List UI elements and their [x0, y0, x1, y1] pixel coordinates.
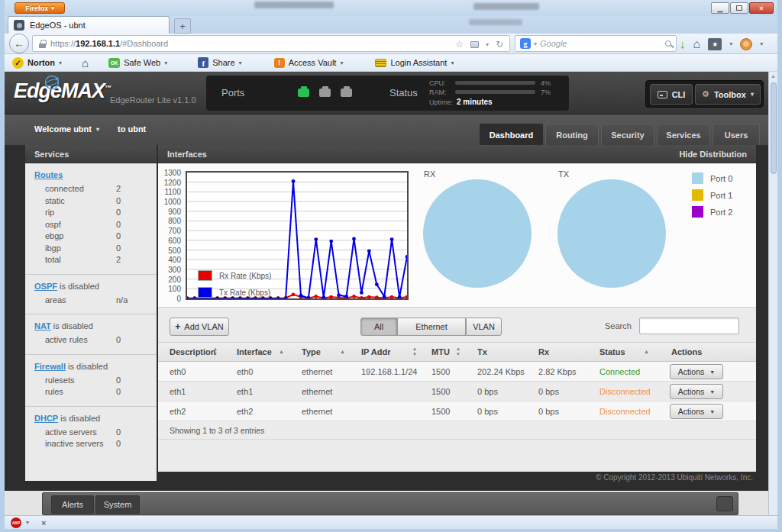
addon-monkey-icon[interactable] — [740, 38, 752, 50]
new-tab-button[interactable]: + — [174, 18, 191, 34]
add-vlan-button[interactable]: + Add VLAN — [170, 318, 229, 336]
table-toolbar: + Add VLAN All Ethernet VLAN Search — [158, 307, 756, 342]
col-ip-addr[interactable]: IP Addr — [361, 343, 391, 361]
rx-pie-label: RX — [424, 169, 435, 179]
scrollbar-thumb[interactable] — [771, 82, 777, 174]
status-panel: Ports Status CPU: 4% RAM: 7% Uptime: 2 m… — [206, 76, 569, 111]
table-row: eth0 eth0 ethernet 192.168.1.1/24 1500 2… — [158, 362, 756, 382]
chevron-down-icon[interactable]: ▾ — [534, 40, 537, 47]
col-status[interactable]: Status — [599, 343, 625, 361]
bookmarks-panel-icon[interactable]: ★ — [708, 38, 722, 50]
nat-link[interactable]: NAT — [34, 321, 51, 330]
home-icon: ⌂ — [82, 56, 89, 69]
stat-row: connected2 — [34, 183, 147, 195]
tab-users[interactable]: Users — [713, 124, 760, 145]
search-box[interactable]: g ▾ — [515, 35, 677, 52]
hide-distribution-link[interactable]: Hide Distribution — [679, 150, 747, 159]
col-tx[interactable]: Tx — [477, 343, 487, 361]
toolbox-button[interactable]: ⚙ Toolbox ▾ — [695, 84, 761, 105]
col-description[interactable]: Description — [170, 343, 216, 361]
stat-row: ospf0 — [34, 219, 147, 231]
browser-tab[interactable]: EdgeOS - ubnt — [8, 16, 170, 34]
login-assistant-menu[interactable]: Login Assistant ▾ — [375, 58, 454, 67]
filter-all-button[interactable]: All — [360, 318, 397, 336]
bookmark-star-icon[interactable]: ☆ — [455, 39, 464, 50]
ospf-link[interactable]: OSPF — [34, 282, 57, 291]
downloads-icon[interactable]: ↓ — [680, 37, 686, 50]
col-interface[interactable]: Interface — [237, 343, 272, 361]
google-logo-icon: g — [520, 38, 531, 49]
scroll-up-icon[interactable]: ▲ — [771, 73, 776, 79]
sort-icon[interactable]: ▲▼ — [213, 347, 218, 357]
search-input[interactable] — [540, 39, 662, 48]
col-type[interactable]: Type — [302, 343, 321, 361]
sidebar-section-ospf: OSPF is disabled areasn/a — [25, 274, 157, 314]
tab-services[interactable]: Services — [657, 124, 710, 145]
sort-icon[interactable]: ▲▼ — [412, 347, 417, 357]
page-preview-icon[interactable] — [470, 41, 479, 48]
actions-button[interactable]: Actions▼ — [670, 364, 723, 379]
sort-icon[interactable]: ▲▼ — [456, 347, 460, 357]
sidebar-section-nat: NAT is disabled active rules0 — [25, 314, 157, 354]
safe-web-menu[interactable]: OK Safe Web ▾ — [108, 58, 167, 68]
col-mtu[interactable]: MTU — [431, 343, 450, 361]
table-search-input[interactable] — [639, 318, 739, 334]
chevron-down-icon: ▼ — [709, 369, 715, 375]
actions-button[interactable]: Actions▼ — [670, 404, 723, 419]
norton-home-button[interactable]: ⌂ — [82, 56, 89, 69]
pie-chart — [423, 179, 532, 288]
access-vault-menu[interactable]: ! Access Vault ▾ — [274, 58, 344, 68]
chevron-down-icon[interactable]: ▾ — [26, 519, 29, 526]
routes-link[interactable]: Routes — [34, 170, 63, 179]
welcome-menu[interactable]: Welcome ubnt ▾ to ubnt — [34, 124, 146, 134]
sidebar-body: Routes connected2 static0 rip0 ospf0 ebg… — [25, 163, 157, 481]
share-menu[interactable]: f Share ▾ — [198, 57, 241, 68]
filter-ethernet-button[interactable]: Ethernet — [397, 318, 466, 336]
legend-swatch — [198, 287, 212, 298]
chevron-down-icon[interactable]: ▾ — [729, 40, 732, 47]
actions-button[interactable]: Actions▼ — [670, 384, 723, 399]
table-header: Description ▲▼ Interface ▲ Type ▲ IP Add… — [158, 342, 756, 362]
filter-vlan-button[interactable]: VLAN — [466, 318, 502, 336]
close-icon[interactable]: × — [41, 518, 46, 527]
bottom-bar-toggle-button[interactable] — [716, 496, 733, 511]
back-button[interactable]: ← — [9, 34, 29, 53]
col-rx[interactable]: Rx — [538, 343, 549, 361]
maximize-button[interactable] — [730, 2, 748, 14]
firefox-menu-button[interactable]: Firefox ▾ — [15, 2, 65, 14]
chevron-down-icon[interactable]: ▾ — [486, 41, 489, 48]
cli-button[interactable]: CLI — [650, 84, 693, 105]
home-icon[interactable]: ⌂ — [693, 37, 701, 51]
plus-icon: + — [175, 321, 180, 332]
dhcp-link[interactable]: DHCP — [34, 414, 58, 423]
reload-icon[interactable]: ↻ — [496, 39, 503, 50]
table-row: eth1 eth1 ethernet 1500 0 bps 0 bps Disc… — [158, 382, 756, 401]
chevron-down-icon: ▾ — [164, 60, 167, 66]
cpu-value: 4% — [541, 79, 551, 87]
services-sidebar: Services Routes connected2 static0 rip0 … — [25, 145, 157, 481]
url-path: /#Dashboard — [120, 39, 168, 48]
url-bar[interactable]: https://192.168.1.1/#Dashboard ☆ ▾ ↻ — [32, 35, 510, 52]
sort-asc-icon[interactable]: ▲ — [340, 347, 345, 357]
chevron-down-icon[interactable]: ▾ — [760, 40, 763, 47]
minimize-button[interactable]: ▁ — [711, 2, 729, 14]
close-button[interactable]: × — [749, 2, 774, 14]
tab-security[interactable]: Security — [601, 124, 654, 145]
tab-routing[interactable]: Routing — [545, 124, 599, 145]
login-assistant-label: Login Assistant — [390, 58, 447, 67]
tab-dashboard[interactable]: Dashboard — [480, 124, 543, 146]
system-tab[interactable]: System — [95, 495, 140, 514]
section-suffix: is disabled — [57, 282, 99, 291]
adblock-icon[interactable]: ABP — [11, 517, 21, 528]
alerts-tab[interactable]: Alerts — [51, 495, 94, 514]
firewall-link[interactable]: Firewall — [34, 362, 66, 371]
norton-menu[interactable]: ✓ Norton ▾ — [12, 57, 62, 69]
uptime-label: Uptime: — [429, 98, 453, 106]
search-icon[interactable] — [665, 40, 671, 47]
sort-asc-icon[interactable]: ▲ — [279, 347, 284, 357]
tab-title: EdgeOS - ubnt — [30, 21, 86, 30]
y-axis-tick-labels: 0100200300400500600700800900100011001200… — [158, 172, 183, 298]
stat-row: active rules0 — [34, 334, 147, 347]
page-scrollbar[interactable]: ▲ — [768, 72, 777, 515]
sort-asc-icon[interactable]: ▲ — [644, 347, 649, 357]
